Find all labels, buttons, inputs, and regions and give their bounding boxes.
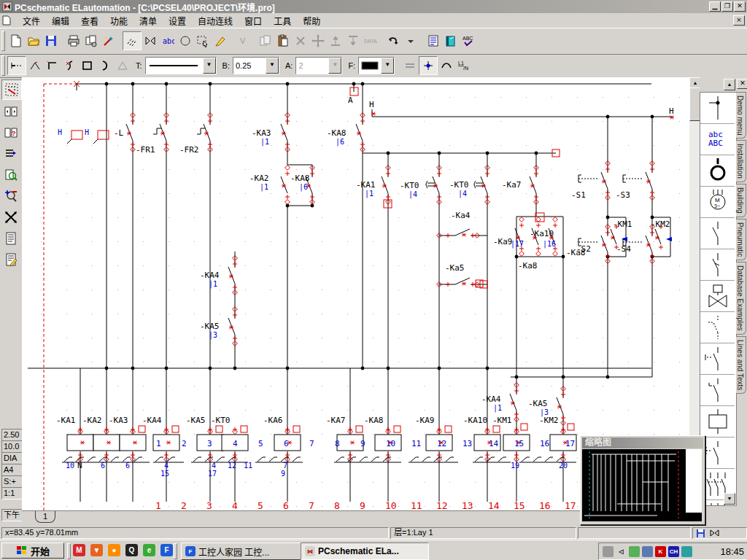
fireball-icon[interactable]: ● xyxy=(108,544,120,556)
rect-button[interactable] xyxy=(79,57,96,74)
raise-button[interactable] xyxy=(327,32,344,50)
sidebar-tab-building[interactable]: Building xyxy=(736,184,746,217)
menu-item-1[interactable]: 文件 xyxy=(17,13,46,28)
grid-button[interactable] xyxy=(1,79,22,100)
poly-line-button[interactable] xyxy=(26,57,44,74)
circle-button[interactable] xyxy=(177,32,194,50)
data-button[interactable]: DATA xyxy=(362,32,379,50)
thumbnail-title[interactable]: 缩略图 xyxy=(582,438,703,448)
reference-button[interactable]: ? xyxy=(1,123,20,142)
arc-button[interactable] xyxy=(96,57,114,74)
symbol-contact-step-b[interactable] xyxy=(700,375,735,406)
symbol-coil[interactable] xyxy=(700,406,735,438)
menu-item-8[interactable]: 窗口 xyxy=(239,13,268,28)
line-type-select[interactable]: ▼ xyxy=(145,57,217,74)
move-button[interactable] xyxy=(309,32,327,50)
pages-button[interactable] xyxy=(1,102,20,121)
qq-icon[interactable]: Q xyxy=(125,544,138,556)
document-icon[interactable] xyxy=(2,15,14,26)
zoom-inout-button[interactable] xyxy=(1,187,20,206)
symbol-motor[interactable]: M3~ xyxy=(700,187,735,218)
symbols-button[interactable] xyxy=(142,32,159,50)
lines-button[interactable] xyxy=(123,31,142,50)
open-button[interactable] xyxy=(25,32,42,50)
zoom-page-button[interactable] xyxy=(1,166,20,184)
save-button[interactable] xyxy=(42,32,60,50)
spellcheck-button[interactable]: ABC xyxy=(460,32,477,50)
menu-item-5[interactable]: 清单 xyxy=(133,13,163,28)
hop-button[interactable] xyxy=(438,57,455,74)
device-icon[interactable] xyxy=(603,546,614,557)
undo-button[interactable] xyxy=(384,32,402,50)
print-button[interactable] xyxy=(65,32,82,50)
lower-button[interactable] xyxy=(344,32,362,50)
page-tab-1[interactable]: 1 xyxy=(35,511,55,523)
thumbnail-window[interactable]: 缩略图 xyxy=(580,435,705,525)
kaspersky-icon[interactable]: K xyxy=(655,546,666,557)
menu-item-7[interactable]: 自动连线 xyxy=(192,13,239,28)
line-width-select[interactable]: 0.25 ▼ xyxy=(233,57,279,74)
corner-button[interactable] xyxy=(44,57,61,74)
symbol-contact-push[interactable] xyxy=(700,343,735,375)
text-button[interactable]: abc xyxy=(159,32,177,50)
sidebar-tab-database-examples[interactable]: Database Examples xyxy=(736,262,746,335)
network-icon[interactable] xyxy=(642,546,653,557)
seg-line-button[interactable] xyxy=(7,56,26,75)
doc-list-button[interactable] xyxy=(1,229,20,248)
parrot-icon[interactable]: e xyxy=(143,544,155,556)
maxthon-icon[interactable]: M xyxy=(73,544,85,556)
start-button[interactable]: 开始 xyxy=(1,542,64,559)
symbol-contact-push-b[interactable] xyxy=(700,438,735,469)
menu-item-10[interactable]: 帮助 xyxy=(297,13,326,28)
sidebar-tab-installation[interactable]: Installation xyxy=(736,140,746,182)
copy-page-button[interactable] xyxy=(82,32,100,50)
update-icon[interactable] xyxy=(629,546,640,557)
firefox-icon[interactable]: F xyxy=(160,544,173,556)
symbol-wire-junction[interactable] xyxy=(700,93,735,124)
taskbar-task-2[interactable]: ⋈PCschematic ELa... xyxy=(301,542,429,560)
symbol-text-abc[interactable]: abcABC xyxy=(700,124,735,155)
symbol-contact-break[interactable] xyxy=(700,249,735,281)
area-button[interactable] xyxy=(194,32,212,50)
symbol-valve[interactable] xyxy=(700,281,735,312)
junction-button[interactable] xyxy=(419,56,438,75)
parallel-button[interactable] xyxy=(401,57,419,74)
taskbar-task-1[interactable]: F工控人家园 工控... xyxy=(181,542,306,560)
sidebar-tab-lines-and-texts[interactable]: Lines and Texts xyxy=(736,336,746,394)
pan-button[interactable] xyxy=(1,208,20,227)
menu-item-4[interactable]: 功能 xyxy=(104,13,133,28)
color-select[interactable]: ▼ xyxy=(358,57,395,74)
sidebar-tab-demo-menu[interactable]: Demo menu xyxy=(736,92,746,139)
triangle-button[interactable] xyxy=(114,57,131,74)
symbol-contact-step[interactable] xyxy=(700,312,735,343)
minimize-button[interactable]: ▁ xyxy=(709,1,721,12)
input-method-badge[interactable]: CH xyxy=(668,546,679,557)
toolbar-grip[interactable] xyxy=(1,55,5,76)
menu-item-9[interactable]: 工具 xyxy=(268,13,297,28)
close-button[interactable]: ✕ xyxy=(734,1,746,12)
chevron-down-icon[interactable]: ▼ xyxy=(381,58,394,74)
palette-scroll-down-icon[interactable]: ▼ xyxy=(724,493,735,505)
toolbar-grip[interactable] xyxy=(1,31,5,51)
wand-button[interactable] xyxy=(100,32,117,50)
capture-icon[interactable] xyxy=(681,546,692,557)
chevron-down-icon[interactable]: ▼ xyxy=(203,58,216,74)
symbol-contact-no[interactable] xyxy=(700,218,735,249)
child-close-button[interactable]: × xyxy=(733,15,745,26)
flashget-icon[interactable]: ▼ xyxy=(90,544,103,556)
paste-button[interactable] xyxy=(274,32,292,50)
menu-item-3[interactable]: 查看 xyxy=(75,13,104,28)
new-button[interactable] xyxy=(7,32,25,50)
chevron-down-icon[interactable]: ▼ xyxy=(266,58,279,74)
menu-item-2[interactable]: 编辑 xyxy=(46,13,75,28)
list-button[interactable] xyxy=(425,32,442,50)
menu-lines-button[interactable] xyxy=(1,144,20,163)
l1n-button[interactable]: L1/N xyxy=(455,57,473,74)
menu-item-6[interactable]: 设置 xyxy=(163,13,192,28)
pencil-button[interactable] xyxy=(212,32,229,50)
doc-edit-button[interactable] xyxy=(1,250,20,269)
book-button[interactable] xyxy=(442,32,460,50)
sidebar-tab-pneumatic[interactable]: Pneumatic xyxy=(736,219,746,260)
undo-drop-button[interactable] xyxy=(402,32,419,50)
copy-button[interactable] xyxy=(257,32,274,50)
